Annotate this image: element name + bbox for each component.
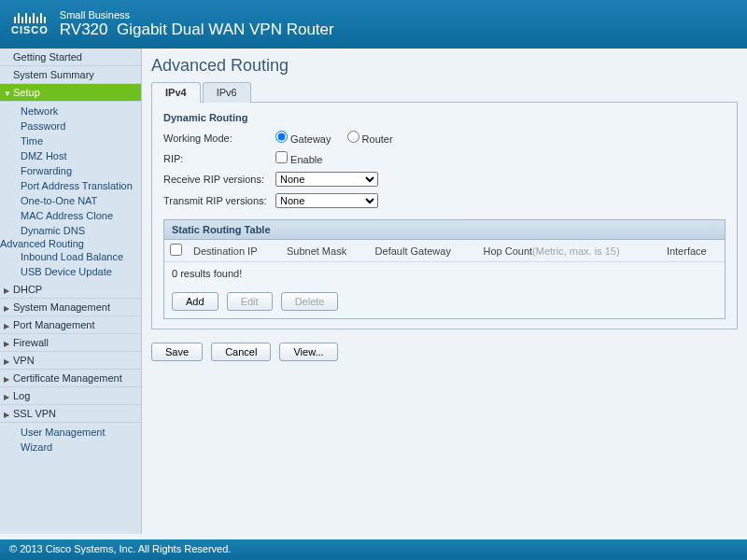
view-button[interactable]: View...: [279, 343, 337, 361]
receive-rip-label: Receive RIP versions:: [163, 174, 275, 185]
cisco-logo: CISCO: [11, 13, 49, 35]
tab-ipv6[interactable]: IPv6: [203, 82, 251, 103]
nav-sysman[interactable]: ▶System Management: [0, 299, 141, 316]
nav-ddns[interactable]: Dynamic DNS: [0, 223, 141, 238]
footer: © 2013 Cisco Systems, Inc. All Rights Re…: [0, 539, 747, 560]
nav-dhcp[interactable]: ▶DHCP: [0, 281, 141, 299]
nav-forwarding[interactable]: Forwarding: [0, 163, 141, 178]
caret-right-icon: ▶: [4, 322, 9, 330]
col-dest: Destination IP: [188, 240, 281, 262]
static-routing-table: Static Routing Table Destination IP Subn…: [163, 219, 726, 319]
caret-right-icon: ▶: [4, 287, 9, 295]
save-button[interactable]: Save: [151, 343, 203, 361]
caret-right-icon: ▶: [4, 340, 9, 348]
col-hop: Hop Count(Metric, max. is 15): [478, 240, 661, 262]
caret-right-icon: ▶: [4, 304, 9, 313]
nav-password[interactable]: Password: [0, 119, 141, 133]
nav-system-summary[interactable]: System Summary: [0, 66, 141, 84]
section-dynamic-routing: Dynamic Routing: [163, 112, 726, 123]
radio-router-label[interactable]: Router: [347, 133, 393, 145]
nav-advanced-routing[interactable]: Advanced Routing: [0, 238, 84, 249]
nav-userman[interactable]: User Management: [0, 425, 141, 440]
nav-certman[interactable]: ▶Certificate Management: [0, 370, 141, 387]
page-title: Advanced Routing: [151, 56, 738, 76]
content-area: Advanced Routing IPv4 IPv6 Dynamic Routi…: [142, 49, 747, 534]
nav-ilb[interactable]: Inbound Load Balance: [0, 249, 141, 264]
nav-time[interactable]: Time: [0, 133, 141, 148]
brand-text: CISCO: [11, 24, 49, 35]
col-gw: Default Gateway: [370, 240, 478, 262]
small-business-label: Small Business: [60, 9, 334, 21]
working-mode-label: Working Mode:: [163, 133, 275, 144]
ipv4-panel: Dynamic Routing Working Mode: Gateway Ro…: [151, 103, 738, 329]
col-iface: Interface: [661, 240, 725, 262]
nav-setup[interactable]: ▼Setup: [0, 84, 141, 102]
nav-mac[interactable]: MAC Address Clone: [0, 208, 141, 223]
edit-button[interactable]: Edit: [227, 292, 273, 311]
nav-pat[interactable]: Port Address Translation: [0, 178, 141, 193]
add-button[interactable]: Add: [172, 292, 218, 311]
tab-ipv4[interactable]: IPv4: [151, 82, 201, 103]
radio-gateway-label[interactable]: Gateway: [275, 133, 331, 145]
nav-network[interactable]: Network: [0, 104, 141, 119]
nav-vpn[interactable]: ▶VPN: [0, 352, 141, 370]
nav-sslvpn[interactable]: ▶SSL VPN: [0, 405, 141, 423]
nav-firewall[interactable]: ▶Firewall: [0, 334, 141, 352]
nav-portman[interactable]: ▶Port Management: [0, 316, 141, 334]
cancel-button[interactable]: Cancel: [211, 343, 271, 361]
rip-label: RIP:: [163, 153, 275, 164]
col-mask: Subnet Mask: [281, 240, 370, 262]
nav-dmz[interactable]: DMZ Host: [0, 148, 141, 163]
model-label: RV320: [60, 21, 108, 38]
transmit-rip-select[interactable]: None: [275, 193, 378, 208]
delete-button[interactable]: Delete: [281, 292, 339, 311]
app-header: CISCO Small Business RV320 Gigabit Dual …: [0, 0, 747, 49]
caret-right-icon: ▶: [4, 357, 9, 366]
empty-results: 0 results found!: [164, 262, 725, 285]
model-desc: Gigabit Dual WAN VPN Router: [117, 21, 334, 38]
receive-rip-select[interactable]: None: [275, 172, 378, 187]
nav-nat[interactable]: One-to-One NAT: [0, 193, 141, 208]
radio-router[interactable]: [347, 131, 359, 143]
rip-enable-checkbox[interactable]: [275, 151, 288, 163]
radio-gateway[interactable]: [275, 131, 288, 143]
sidebar: Getting Started System Summary ▼Setup Ne…: [0, 49, 142, 534]
table-title: Static Routing Table: [164, 220, 725, 240]
transmit-rip-label: Transmit RIP versions:: [163, 195, 275, 206]
caret-right-icon: ▶: [4, 393, 9, 401]
rip-enable-label[interactable]: Enable: [275, 151, 322, 165]
nav-getting-started[interactable]: Getting Started: [0, 49, 141, 66]
nav-wizard[interactable]: Wizard: [0, 440, 141, 455]
select-all-checkbox[interactable]: [170, 244, 182, 256]
tab-bar: IPv4 IPv6: [151, 81, 738, 103]
caret-right-icon: ▶: [4, 375, 9, 384]
nav-log[interactable]: ▶Log: [0, 387, 141, 405]
caret-down-icon: ▼: [4, 90, 11, 98]
caret-right-icon: ▶: [4, 411, 9, 419]
nav-usb[interactable]: USB Device Update: [0, 264, 141, 279]
